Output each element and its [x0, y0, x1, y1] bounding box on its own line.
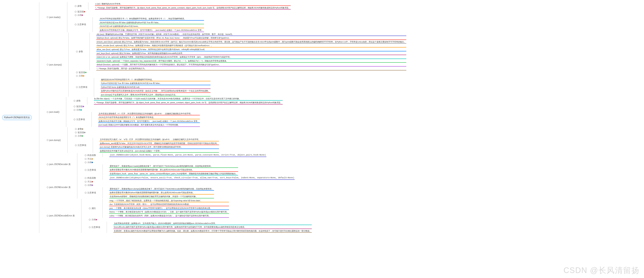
watermark: CSDN @长风清留扬: [564, 265, 640, 276]
leaf: json.dump() 直接将Python对象编码成JSON格式并写入文件，而不…: [100, 145, 219, 149]
leaf: allow_nan (bool, optional): 默认为True。如果设置…: [96, 48, 406, 51]
leaf-code: json.JSONDecoder(object_hook=None, parse…: [109, 153, 266, 157]
method-dump-label: json.dump(): [49, 139, 61, 141]
class-decoder-label: json.JSONDecoder 类: [49, 163, 70, 166]
mindmap-root: Python中JSON的常用方法 json.loads() 参数 s (str)…: [2, 2, 642, 233]
leaf: default (function, optional): 一个函数，用于将不可…: [96, 63, 406, 67]
leaf: 如果ensure_ascii设置为False，并且文件中包含非ASCII字符，请…: [100, 142, 219, 145]
method-dump: json.dump() 参数 返回值 示例 注意事项 文件应该以写入模式（'w'…: [46, 127, 406, 153]
leaf: *, **kwargs: 其他可选参数，用于指定解码行为，如 object_ho…: [94, 101, 283, 105]
method-dumps-label: json.dumps(): [49, 64, 62, 66]
leaf: JSON文件中的字符串必须使用双引号（"）来包围键和字符串值。: [98, 116, 200, 119]
method-dumps: json.dumps() 参数 obj (any): 要编码的Python对象。…: [46, 32, 406, 97]
leaf: Python中的 None 会被转换成JSON中的 null。: [100, 86, 210, 89]
class-decoder: json.JSONDecoder 类 构造函数 json.JSONDecoder…: [46, 153, 406, 176]
leaf-code: json.JSONEncoder(skipkeys=False, ensure_…: [109, 176, 294, 179]
method-loads-label: json.loads(): [49, 16, 60, 18]
leaf: *, **kwargs: 其他可选参数，用于进一步定制序列化行为。: [96, 67, 406, 70]
leaf: *, **kwargs: 其他可选参数，用于指定解码行为，如 object_ho…: [95, 6, 291, 10]
class-encoder-label: json.JSONEncoder 类: [49, 186, 70, 189]
leaf: 如果你需要处理大量的JSON数据或需要重用解码器对象，那么使用JSONDecod…: [109, 168, 238, 172]
leaf: s (str): 要解码的JSON字符串。: [95, 2, 291, 6]
leaf: doc: 引发错误的JSON字符串（或其一部分）。这可以帮助你查看导致错误的具体…: [109, 203, 229, 206]
leaf: JSON中的布尔值 true 和 false 会被转换成Python中的 Tru…: [99, 21, 204, 24]
leaf: colno: 一个整数，表示错误发生的列号（同样，如果JSON数据是分行的）。这…: [109, 214, 229, 218]
leaf: 当处理来自外部源（如网络API、文件或用户输入）的JSON数据时，始终应该准备好…: [114, 222, 312, 225]
leaf: skipkeys (bool, optional): 默认为False。如果字典…: [96, 36, 406, 40]
section-example: 示例: [77, 14, 82, 17]
leaf: check_circular (bool, optional): 默认为True…: [96, 44, 406, 47]
class-decode-error: json.JSONDecodeError 类 属性 msg: 一个字符串，描述了…: [46, 199, 406, 233]
leaf: obj (any): 要编码的Python对象。它通常是字典（对应于JSON对象…: [96, 33, 406, 36]
leaf: msg: 一个字符串，描述了错误的性质。这通常是一个简短的错误消息，如"Expe…: [109, 199, 229, 203]
leaf: indent (int or str, optional): 如果指定为整数，则…: [96, 55, 406, 59]
method-load-label: json.load(): [49, 111, 60, 113]
leaf: 通常情况下，直接使用json.loads()函数就足够了，因为它提供了与JSON…: [109, 165, 238, 168]
leaf: 如果提供的文件对象不支持.write()方法，json.dump() 会抛出一个…: [100, 149, 219, 153]
root-node: Python中JSON的常用方法: [2, 115, 32, 120]
leaf: ensure_ascii (bool, optional): 默认为True。如…: [96, 40, 406, 44]
leaf: 在使用object_hook、parse_float、parse_int、par…: [109, 172, 238, 176]
leaf: 如果JSON字符串格式不正确（例如缺少引号、括号不匹配等），json.loads…: [99, 29, 204, 32]
class-encoder: json.JSONEncoder 类 构造函数 json.JSONEncoder…: [46, 176, 406, 198]
section-params: 参数: [77, 4, 82, 7]
root-children: json.loads() 参数 s (str): 要解码的JSON字符串。 *,…: [39, 2, 406, 233]
leaf: JSON字符串必须使用双引号（"）来包围键和字符串值。如果使用单引号（'），则会…: [99, 17, 204, 21]
leaf: JSON中的 null 会被转换成Python中的 None。: [99, 25, 204, 28]
leaf: fp (file-like object): 一个文件对象，它应该是一个支持.r…: [94, 97, 283, 101]
leaf: 文件应该以读取模式（'r'）打开，并且通常应该指定文件的编码（如'utf-8'）…: [98, 112, 200, 116]
leaf: json.dumps() 不会直接写入文件；要将JSON字符串写入文件，请使用j…: [100, 93, 210, 97]
leaf: 文件应该以写入模式（'w'、'a'等）打开，并且通常应该指定文件的编码（如'ut…: [100, 138, 219, 141]
class-error-label: json.JSONDecodeError 类: [49, 214, 75, 217]
leaf: lineno: 一个整数，表示错误发生的行号（如果JSON数据是分行的）。注意，…: [109, 210, 229, 214]
leaf: 通常情况下，直接使用json.dumps()函数就足够了，因为它提供了与JSON…: [109, 187, 214, 191]
method-loads: json.loads() 参数 s (str): 要解码的JSON字符串。 *,…: [46, 2, 406, 32]
leaf: Python中的布尔值 True 和 False 会被转换成JSON中的 tru…: [100, 82, 210, 85]
leaf: 如果Python对象包含无法直接转换成JSON的类型（如自定义对象），则可以使用…: [100, 89, 210, 93]
leaf: lineno和colno属性可能不是所有Python版本或json模块实现中都可…: [114, 226, 312, 229]
leaf: json.load() 直接从文件中读取并解析JSON数据，而不需要先将文件内容…: [98, 123, 200, 127]
section-notes: 注意事项: [77, 23, 86, 26]
leaf: 如果你需要处理大量的Python对象或需要重用编码器对象，那么使用JSONEnc…: [109, 191, 214, 194]
leaf: 在使用default参数时，请确保提供的函数能够正确处理无法编码的对象，并返回一…: [109, 195, 214, 198]
leaf: separators (tuple, optional): 一个(item_se…: [96, 59, 406, 63]
leaf: 编码后的JSON字符串使用双引号（"）来包围键和字符串值。: [100, 78, 210, 82]
leaf: sort_keys (bool, optional): 默认为False。如果设…: [96, 52, 406, 55]
section-return: 返回值: [77, 10, 84, 13]
leaf: 如果JSON文件格式不正确（例如缺少引号、括号不匹配等），json.load()…: [98, 120, 200, 123]
leaf: pos: 一个整数，表示错误发生的位置（在doc字符串中的索引）。这可以帮助你定…: [109, 207, 229, 210]
method-load: json.load() 参数 fp (file-like object): 一个…: [46, 97, 406, 127]
leaf: 在调试时，查看doc属性中的JSON数据可以帮助你理解为什么解码失败。但是，请注…: [114, 229, 312, 233]
